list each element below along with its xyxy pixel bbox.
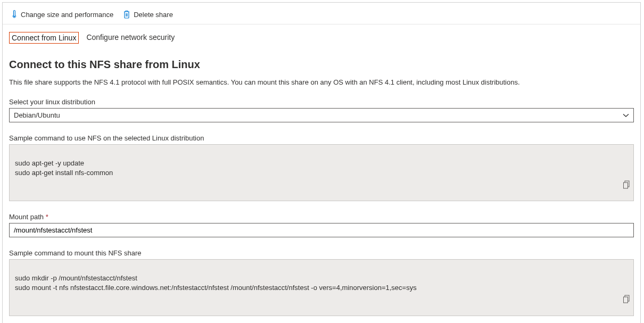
mount-command-box: sudo mkdir -p /mount/nfstestacct/nfstest…: [9, 259, 634, 316]
install-command-text: sudo apt-get -y update sudo apt-get inst…: [15, 159, 113, 177]
install-cmd-label: Sample command to use NFS on the selecte…: [9, 134, 634, 142]
change-size-label: Change size and performance: [21, 11, 113, 19]
trash-icon: [123, 10, 130, 19]
distro-select[interactable]: Debian/Ubuntu: [9, 108, 634, 122]
mount-cmd-label: Sample command to mount this NFS share: [9, 249, 634, 257]
command-bar: Change size and performance Delete share: [3, 3, 640, 24]
thermometer-icon: [11, 10, 18, 19]
tab-strip: Connect from Linux Configure network sec…: [3, 24, 640, 48]
copy-icon[interactable]: [623, 170, 630, 198]
tab-connect-linux[interactable]: Connect from Linux: [9, 32, 79, 44]
svg-rect-2: [624, 183, 628, 188]
mount-command-text: sudo mkdir -p /mount/nfstestacct/nfstest…: [15, 274, 417, 292]
install-command-box: sudo apt-get -y update sudo apt-get inst…: [9, 144, 634, 201]
distro-label: Select your linux distribution: [9, 98, 634, 106]
page-title: Connect to this NFS share from Linux: [9, 59, 634, 71]
chevron-down-icon: [623, 113, 629, 118]
required-asterisk: *: [46, 213, 48, 221]
svg-point-0: [14, 16, 15, 18]
page-description: This file share supports the NFS 4.1 pro…: [9, 78, 634, 86]
tab-content: Connect to this NFS share from Linux Thi…: [3, 48, 640, 323]
delete-share-button[interactable]: Delete share: [123, 10, 173, 19]
change-size-button[interactable]: Change size and performance: [11, 10, 113, 19]
copy-icon[interactable]: [623, 285, 630, 313]
delete-share-label: Delete share: [134, 11, 173, 19]
share-connect-panel: Change size and performance Delete share…: [2, 2, 641, 323]
distro-value: Debian/Ubuntu: [14, 111, 60, 119]
mount-path-label: Mount path *: [9, 213, 634, 221]
svg-rect-4: [624, 297, 628, 303]
tab-configure-security[interactable]: Configure network security: [84, 32, 177, 44]
mount-path-input[interactable]: [9, 223, 634, 237]
